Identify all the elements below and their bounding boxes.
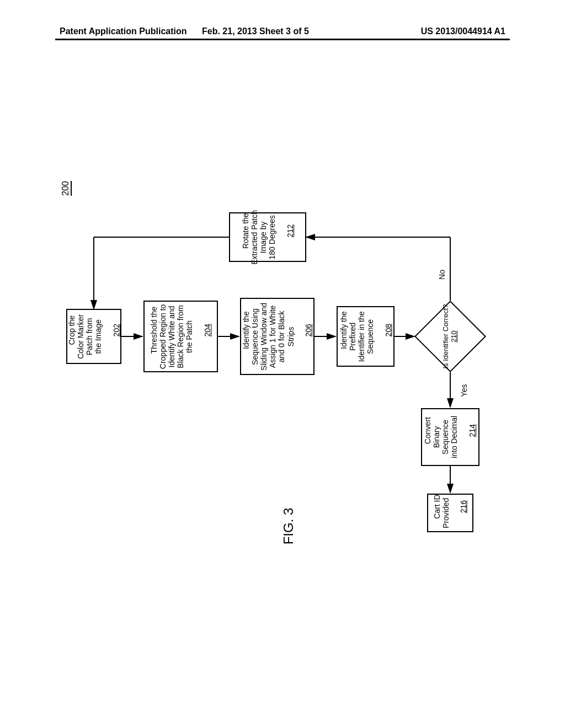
process-crop-patch-text: Crop the Color Marker Patch from the Ima… [67,314,103,359]
flowchart-diagram: 200 Crop the Color Marker Patch from the… [61,94,502,667]
process-crop-patch: Crop the Color Marker Patch from the Ima… [66,309,121,364]
process-identify-sequence-ref: 206 [304,324,313,336]
terminal-cart-id: Cart ID Provided 216 [427,494,473,532]
process-threshold-text: Threshold the Cropped Region to Identify… [150,304,194,369]
figure-title: FIG. 3 [281,508,296,545]
process-rotate-patch-text: Rotate the Extracted Patch Image by 180 … [241,210,276,265]
connectors [61,94,502,667]
header-rule [55,39,510,40]
decision-identifier-correct-text: Is Identifier Correct? [441,304,450,368]
process-identify-sequence-text: Identify the Sequence Using Sliding Wind… [242,303,295,371]
process-crop-patch-ref: 202 [111,324,120,336]
terminal-cart-id-text: Cart ID Provided [433,494,450,528]
process-identify-prefix-text: Identify the Prefixed Identifier in the … [339,311,374,362]
terminal-cart-id-ref: 216 [459,500,468,513]
process-convert-decimal-text: Convert Binary Sequence into Decimal [424,416,459,458]
process-rotate-patch-ref: 212 [285,224,294,237]
header-right: US 2013/0044914 A1 [421,26,505,36]
edge-label-no: No [438,270,446,280]
header-center: Feb. 21, 2013 Sheet 3 of 5 [202,26,309,36]
process-threshold-ref: 204 [203,324,212,336]
header-left: Patent Application Publication [60,26,187,36]
process-identify-sequence: Identify the Sequence Using Sliding Wind… [240,298,315,375]
edge-label-yes: Yes [460,384,468,397]
decision-identifier-correct-ref: 210 [450,330,458,342]
process-rotate-patch: Rotate the Extracted Patch Image by 180 … [229,212,306,262]
process-identify-prefix: Identify the Prefixed Identifier in the … [337,306,395,367]
process-threshold: Threshold the Cropped Region to Identify… [143,301,218,372]
process-identify-prefix-ref: 208 [383,324,392,336]
decision-identifier-correct: Is Identifier Correct? 210 [414,301,486,372]
process-convert-decimal-ref: 214 [468,424,477,437]
figure-reference-main: 200 [61,181,72,196]
process-convert-decimal: Convert Binary Sequence into Decimal 214 [421,408,479,466]
